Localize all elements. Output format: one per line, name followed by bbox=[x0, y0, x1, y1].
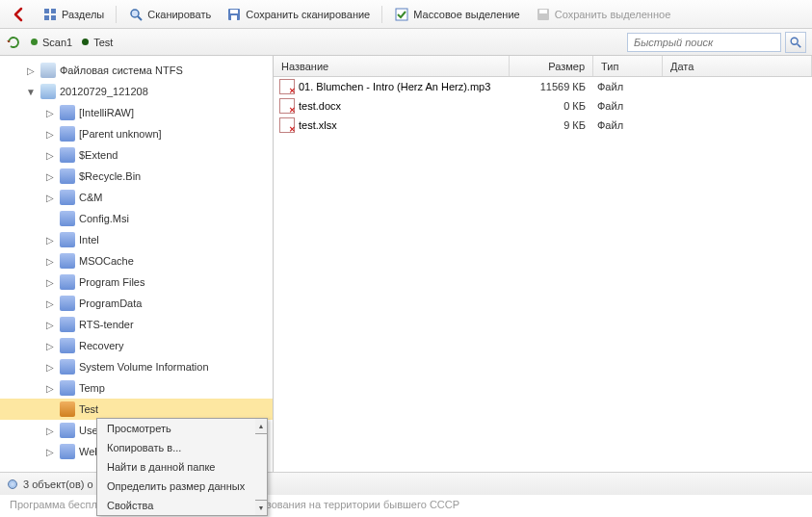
folder-alt-icon bbox=[60, 401, 75, 417]
tree-expander-icon[interactable]: ▷ bbox=[44, 193, 56, 203]
tree-item[interactable]: Config.Msi bbox=[0, 208, 273, 229]
folder-icon bbox=[60, 232, 75, 247]
folder-icon bbox=[60, 338, 75, 353]
column-header-size[interactable]: Размер bbox=[510, 56, 593, 76]
context-menu-item[interactable]: Определить размер данных bbox=[97, 477, 267, 496]
tree-item[interactable]: ▷Program Files bbox=[0, 271, 273, 293]
file-size: 0 КБ bbox=[510, 100, 593, 112]
tree-item[interactable]: ▷[Parent unknown] bbox=[0, 123, 273, 144]
context-menu-item[interactable]: Свойства bbox=[97, 496, 267, 515]
tree-expander-icon[interactable]: ▷ bbox=[44, 383, 56, 394]
tree-item[interactable]: ▷Файловая система NTFS bbox=[0, 60, 273, 81]
tree-expander-icon[interactable]: ▷ bbox=[44, 256, 56, 267]
tree-expander-icon[interactable]: ▼ bbox=[25, 87, 37, 97]
tree-expander-icon[interactable]: ▷ bbox=[44, 171, 56, 182]
tree-item-label: C&M bbox=[79, 192, 102, 203]
tree-item[interactable]: ▷System Volume Information bbox=[0, 356, 273, 377]
tree-item[interactable]: ▷Recovery bbox=[0, 335, 273, 356]
quick-search-input[interactable] bbox=[627, 33, 781, 52]
context-menu: ▲ ПросмотретьКопировать в...Найти в данн… bbox=[96, 418, 268, 516]
tree-item[interactable]: ▷MSOCache bbox=[0, 250, 273, 271]
svg-rect-8 bbox=[231, 15, 237, 20]
column-header-name[interactable]: Название bbox=[274, 56, 510, 76]
folder-icon bbox=[60, 317, 75, 332]
file-row[interactable]: test.xlsx9 КБФайл bbox=[274, 116, 812, 135]
folder-icon bbox=[60, 296, 75, 311]
file-icon bbox=[279, 98, 295, 114]
tree-item[interactable]: ▷C&M bbox=[0, 187, 273, 208]
tree-expander-icon[interactable]: ▷ bbox=[44, 447, 56, 457]
status-indicator-icon bbox=[8, 479, 17, 489]
tree-expander-icon[interactable]: ▷ bbox=[44, 277, 56, 288]
mass-select-label: Массовое выделение bbox=[413, 9, 519, 20]
folder-icon bbox=[60, 126, 75, 142]
tree-item[interactable]: ▷[IntelliRAW] bbox=[0, 102, 273, 123]
context-menu-item[interactable]: Копировать в... bbox=[97, 438, 267, 457]
tree-expander-icon[interactable]: ▷ bbox=[25, 65, 37, 76]
tree-item[interactable]: ▷$Extend bbox=[0, 144, 273, 166]
tree-expander-icon[interactable]: ▷ bbox=[44, 150, 56, 161]
folder-icon bbox=[60, 168, 75, 184]
svg-rect-7 bbox=[230, 10, 238, 13]
tree-item-label: $Extend bbox=[79, 149, 118, 161]
tree-item-label: Файловая система NTFS bbox=[60, 65, 183, 76]
tree-item-label: [IntelliRAW] bbox=[79, 107, 134, 118]
arrow-left-icon bbox=[12, 7, 27, 22]
tree-expander-icon[interactable]: ▷ bbox=[44, 129, 56, 140]
snap-icon bbox=[40, 84, 56, 99]
tree-item-label: System Volume Information bbox=[79, 361, 209, 373]
file-row[interactable]: 01. Blumchen - Intro (Herz An Herz).mp31… bbox=[274, 77, 812, 96]
context-scroll-down[interactable]: ▼ bbox=[255, 500, 268, 516]
save-icon bbox=[226, 7, 242, 22]
file-list[interactable]: 01. Blumchen - Intro (Herz An Herz).mp31… bbox=[274, 77, 812, 135]
svg-rect-0 bbox=[44, 9, 49, 13]
tree-expander-icon[interactable]: ▷ bbox=[44, 235, 56, 246]
scan-button[interactable]: Сканировать bbox=[122, 4, 217, 25]
context-scroll-up[interactable]: ▲ bbox=[255, 418, 268, 434]
back-button[interactable] bbox=[6, 4, 33, 25]
tree-expander-icon[interactable]: ▷ bbox=[44, 362, 56, 373]
tree-item-label: Use bbox=[79, 425, 98, 436]
tree-item-label: Recovery bbox=[79, 340, 123, 351]
file-list-header: Название Размер Тип Дата bbox=[274, 56, 812, 77]
tree-item[interactable]: ▼20120729_121208 bbox=[0, 81, 273, 102]
search-button[interactable] bbox=[785, 32, 806, 53]
tree-expander-icon[interactable]: ▷ bbox=[44, 108, 56, 118]
sections-button[interactable]: Разделы bbox=[37, 4, 110, 25]
context-menu-item[interactable]: Просмотреть bbox=[97, 419, 267, 438]
tree-expander-icon[interactable]: ▷ bbox=[44, 341, 56, 351]
svg-rect-1 bbox=[51, 9, 56, 13]
save-selected-label: Сохранить выделенное bbox=[555, 9, 671, 20]
context-menu-item[interactable]: Найти в данной папке bbox=[97, 457, 267, 477]
folder-tree[interactable]: ▷Файловая система NTFS▼20120729_121208▷[… bbox=[0, 56, 273, 466]
tree-item[interactable]: ▷Intel bbox=[0, 229, 273, 250]
tree-expander-icon[interactable]: ▷ bbox=[44, 298, 56, 309]
column-header-date[interactable]: Дата bbox=[663, 56, 812, 76]
mass-select-button[interactable]: Массовое выделение bbox=[388, 4, 525, 25]
tree-item[interactable]: ▷ProgramData bbox=[0, 293, 273, 314]
save-selected-button[interactable]: Сохранить выделенное bbox=[530, 4, 677, 25]
tree-expander-icon[interactable]: ▷ bbox=[44, 320, 56, 330]
folder-icon bbox=[60, 359, 75, 375]
tree-item[interactable]: ▷RTS-tender bbox=[0, 314, 273, 335]
tree-item[interactable]: Test bbox=[0, 399, 273, 420]
folder-icon bbox=[60, 211, 75, 226]
search-area bbox=[627, 32, 806, 53]
tab-scan1[interactable]: Scan1 bbox=[31, 37, 72, 48]
file-icon bbox=[279, 79, 295, 94]
folder-icon bbox=[60, 380, 75, 396]
tab-test[interactable]: Test bbox=[82, 37, 113, 48]
footer-left: Программа беспл bbox=[10, 499, 97, 510]
folder-icon bbox=[60, 190, 75, 205]
tree-expander-icon[interactable]: ▷ bbox=[44, 426, 56, 436]
file-size: 9 КБ bbox=[510, 119, 593, 131]
column-header-type[interactable]: Тип bbox=[593, 56, 663, 76]
tree-item[interactable]: ▷Temp bbox=[0, 377, 273, 399]
svg-line-5 bbox=[138, 16, 142, 20]
file-row[interactable]: test.docx0 КБФайл bbox=[274, 96, 812, 116]
refresh-icon[interactable] bbox=[6, 35, 21, 50]
tree-pane: ▷Файловая система NTFS▼20120729_121208▷[… bbox=[0, 56, 274, 472]
tree-item[interactable]: ▷$Recycle.Bin bbox=[0, 166, 273, 187]
save-scan-button[interactable]: Сохранить сканирование bbox=[221, 4, 376, 25]
file-icon bbox=[279, 117, 295, 133]
